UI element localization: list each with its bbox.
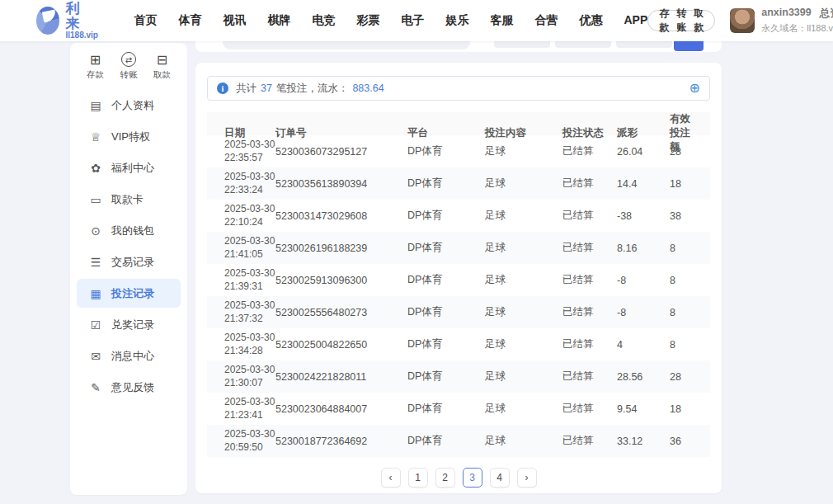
cell-bet-status: 已结算 xyxy=(562,337,617,351)
table-row: 2025-03-30 22:10:24 5230031473029608 DP体… xyxy=(207,200,710,232)
nav-item[interactable]: 电竞 xyxy=(312,13,335,28)
cell-date: 2025-03-30 xyxy=(224,267,275,280)
cell-valid-amount: 36 xyxy=(670,436,693,447)
cell-time: 21:37:32 xyxy=(224,313,275,326)
cell-order-number: 5230025004822650 xyxy=(275,339,407,351)
deposit-icon: ⊞ xyxy=(87,51,104,68)
table-row: 2025-03-30 20:59:50 5230018772364692 DP体… xyxy=(207,425,710,457)
filter-chip[interactable] xyxy=(555,41,611,48)
message-icon: ✉ xyxy=(89,350,102,363)
sidebar-menu-item[interactable]: ▤ 个人资料 xyxy=(77,91,181,120)
cell-payout: 8.16 xyxy=(617,243,670,254)
nav-item[interactable]: APP xyxy=(624,13,647,28)
cell-bet-status: 已结算 xyxy=(562,434,617,448)
cell-time: 22:35:57 xyxy=(224,152,275,165)
pagination-button[interactable]: 3 xyxy=(463,468,482,488)
cell-platform: DP体育 xyxy=(407,144,485,158)
table-row: 2025-03-30 21:23:41 5230023064884007 DP体… xyxy=(207,393,710,425)
plus-circle-icon[interactable]: ⊕ xyxy=(689,82,700,95)
sidebar-menu-label: 投注记录 xyxy=(111,286,154,301)
sidebar-menu-item[interactable]: ✉ 消息中心 xyxy=(77,341,181,370)
nav-item[interactable]: 客服 xyxy=(490,13,513,28)
cell-bet-status: 已结算 xyxy=(562,273,617,287)
cell-platform: DP体育 xyxy=(407,209,485,223)
cell-date: 2025-03-30 xyxy=(224,139,275,152)
pagination-button[interactable]: 1 xyxy=(408,468,428,488)
table-row: 2025-03-30 21:37:32 5230025556480273 DP体… xyxy=(207,296,710,328)
transaction-icon: ☰ xyxy=(89,256,102,269)
filter-chip[interactable] xyxy=(616,41,672,48)
quick-action[interactable]: ⊟ 取款 xyxy=(153,51,171,81)
sidebar-menu-item[interactable]: ☰ 交易记录 xyxy=(77,247,181,276)
col-header-order: 订单号 xyxy=(275,126,407,140)
cell-platform: DP体育 xyxy=(407,402,485,416)
nav-item[interactable]: 棋牌 xyxy=(267,13,290,28)
pagination-button[interactable]: 2 xyxy=(435,468,455,488)
sidebar-menu-item[interactable]: ⊙ 我的钱包 xyxy=(77,216,181,245)
avatar[interactable] xyxy=(730,8,755,33)
date-range-input[interactable] xyxy=(223,41,470,49)
cell-platform: DP体育 xyxy=(407,370,485,384)
cell-valid-amount: 28 xyxy=(670,371,693,383)
sidebar: ⊞ 存款 ⇄ 转账 ⊟ 取款 ▤ 个人资料 ♕ VIP特权 ✿ xyxy=(70,43,187,495)
sidebar-menu-label: 个人资料 xyxy=(111,98,154,113)
cell-bet-status: 已结算 xyxy=(562,241,617,255)
wallet-icon: ⊙ xyxy=(89,224,102,238)
user-block[interactable]: anxin3399 总资产： 1363.49元 永久域名：ll188.vip |… xyxy=(730,7,833,35)
filter-chip[interactable] xyxy=(494,41,550,48)
cell-payout: 9.54 xyxy=(617,403,670,415)
quick-action-label: 转账 xyxy=(120,69,138,81)
quick-action[interactable]: ⊞ 存款 xyxy=(87,51,104,81)
col-header-payout: 派彩 xyxy=(617,126,670,140)
col-header-status: 投注状态 xyxy=(562,126,617,140)
idcard-icon: ▤ xyxy=(89,99,102,112)
cell-order-number: 5230024221828011 xyxy=(275,371,407,383)
sidebar-menu-item[interactable]: ▦ 投注记录 xyxy=(77,279,181,308)
cell-bet-status: 已结算 xyxy=(562,177,617,191)
summary-bar: i 共计 37 笔投注，流水： 883.64 ⊕ xyxy=(207,76,710,101)
nav-item[interactable]: 视讯 xyxy=(223,13,246,28)
cell-valid-amount: 28 xyxy=(670,146,693,158)
sidebar-menu-item[interactable]: ✿ 福利中心 xyxy=(77,153,181,182)
cell-order-number: 5230031473029608 xyxy=(275,210,407,222)
sidebar-menu-item[interactable]: ☑ 兑奖记录 xyxy=(77,310,181,339)
wallet-pill-item[interactable]: 取款 xyxy=(694,7,704,35)
sidebar-menu-item[interactable]: ✎ 意见反馈 xyxy=(77,373,181,402)
nav-item[interactable]: 娱乐 xyxy=(445,13,468,28)
sidebar-menu-item[interactable]: ♕ VIP特权 xyxy=(77,122,181,151)
nav-item[interactable]: 电子 xyxy=(401,13,424,28)
brand-logo[interactable]: 利 来 ll188.vip xyxy=(36,2,102,40)
sidebar-menu-label: 我的钱包 xyxy=(111,224,154,238)
sidebar-menu: ▤ 个人资料 ♕ VIP特权 ✿ 福利中心 ▭ 取款卡 ⊙ 我的钱包 ☰ 交易记… xyxy=(70,91,187,402)
pagination-button[interactable]: › xyxy=(517,468,537,488)
sidebar-menu-item[interactable]: ▭ 取款卡 xyxy=(77,185,181,214)
info-icon: i xyxy=(217,82,228,94)
cell-platform: DP体育 xyxy=(407,434,485,448)
cell-bet-content: 足球 xyxy=(485,177,562,191)
cell-payout: -8 xyxy=(617,275,670,286)
cell-payout: 4 xyxy=(617,339,670,351)
cell-time: 21:41:05 xyxy=(224,248,275,261)
nav-item[interactable]: 彩票 xyxy=(356,13,379,28)
permanent-domain: 永久域名：ll188.vip | ll188.... xyxy=(761,22,833,35)
nav-item[interactable]: 合营 xyxy=(534,13,558,28)
feedback-icon: ✎ xyxy=(89,381,102,394)
nav-item[interactable]: 体育 xyxy=(178,13,201,28)
wallet-pill-item[interactable]: 转账 xyxy=(676,7,686,35)
cell-order-number: 5230025913096300 xyxy=(275,275,407,286)
sidebar-menu-label: 消息中心 xyxy=(111,349,154,364)
brand-name: 利 来 xyxy=(65,2,102,31)
wallet-pill-item[interactable]: 存款 xyxy=(659,7,669,35)
cell-date: 2025-03-30 xyxy=(224,235,275,248)
nav-item[interactable]: 优惠 xyxy=(579,13,602,28)
cell-bet-content: 足球 xyxy=(485,402,562,416)
cell-date: 2025-03-30 xyxy=(224,428,275,441)
nav-item[interactable]: 首页 xyxy=(134,13,157,28)
filter-search-button[interactable] xyxy=(674,41,704,51)
cell-bet-content: 足球 xyxy=(485,209,562,223)
pagination-button[interactable]: ‹ xyxy=(381,468,401,488)
transfer-icon: ⇄ xyxy=(121,52,136,67)
pagination-button[interactable]: 4 xyxy=(490,468,510,488)
cell-payout: -38 xyxy=(617,210,670,222)
quick-action[interactable]: ⇄ 转账 xyxy=(120,51,138,81)
